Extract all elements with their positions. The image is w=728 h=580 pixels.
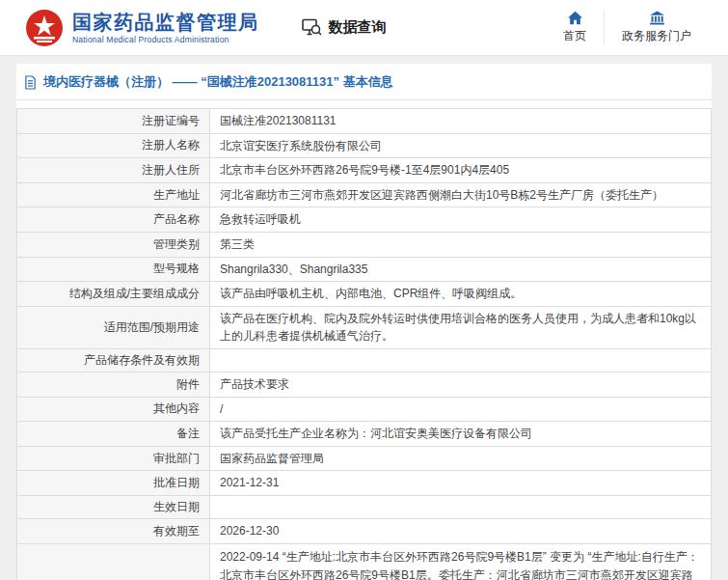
row-label: 变更情况	[17, 543, 210, 580]
row-value: 该产品受托生产企业名称为：河北谊安奥美医疗设备有限公司	[210, 422, 712, 447]
row-value: Shangrila330、Shangrila335	[210, 257, 712, 282]
row-value: /	[210, 397, 712, 422]
table-row: 适用范围/预期用途 该产品在医疗机构、院内及院外转运时供使用培训合格的医务人员使…	[17, 306, 712, 348]
row-value: 第三类	[210, 232, 712, 257]
nav-portal[interactable]: 政务服务门户	[604, 11, 709, 44]
table-row: 注册证编号 国械注准20213081131	[17, 109, 712, 134]
table-row: 生产地址 河北省廊坊市三河市燕郊开发区迎宾路西侧潮白大街10号B栋2号生产厂房（…	[17, 182, 712, 207]
row-value-change-history: 2022-09-14 “生产地址:北京市丰台区外环西路26号院9号楼B1层” 变…	[210, 543, 712, 580]
row-label: 注册人名称	[17, 133, 210, 158]
table-row: 附件 产品技术要求	[17, 372, 712, 397]
org-name: 国家药品监督管理局	[72, 12, 259, 33]
nav-data-query[interactable]: 数据查询	[302, 18, 387, 37]
row-label: 产品储存条件及有效期	[17, 348, 210, 372]
nmpa-emblem-icon	[25, 9, 64, 47]
table-row: 生效日期	[17, 495, 712, 518]
top-header: 国家药品监督管理局 National Medical Products Admi…	[0, 0, 728, 56]
table-row: 变更情况 2022-09-14 “生产地址:北京市丰台区外环西路26号院9号楼B…	[17, 543, 712, 580]
home-icon	[567, 11, 583, 25]
table-row: 批准日期 2021-12-31	[17, 471, 712, 496]
table-row: 审批部门 国家药品监督管理局	[17, 446, 712, 471]
brand: 国家药品监督管理局 National Medical Products Admi…	[25, 9, 259, 47]
content-panel: 境内医疗器械（注册） —— “国械注准20213081131” 基本信息 注册证…	[16, 64, 712, 580]
row-label: 附件	[17, 372, 210, 397]
document-icon	[24, 75, 37, 90]
row-label: 结构及组成/主要组成成分	[17, 282, 210, 307]
org-name-en: National Medical Products Administration	[72, 35, 259, 44]
row-label: 审批部门	[17, 446, 210, 471]
row-value: 河北省廊坊市三河市燕郊开发区迎宾路西侧潮白大街10号B栋2号生产厂房（委托生产）	[210, 182, 712, 207]
row-value: 北京市丰台区外环西路26号院9号楼-1至4层901内4层405	[210, 158, 712, 183]
table-row: 备注 该产品受托生产企业名称为：河北谊安奥美医疗设备有限公司	[17, 422, 712, 447]
row-label: 其他内容	[17, 397, 210, 422]
table-row: 注册人名称 北京谊安医疗系统股份有限公司	[17, 133, 712, 158]
header-nav: 首页 政务服务门户	[546, 11, 709, 44]
row-value	[210, 495, 712, 518]
row-value: 急救转运呼吸机	[210, 207, 712, 233]
row-value: 2026-12-30	[210, 518, 712, 543]
data-query-icon	[302, 18, 322, 37]
row-label: 备注	[17, 422, 210, 447]
nav-home-label: 首页	[563, 28, 586, 44]
nav-home[interactable]: 首页	[546, 11, 604, 44]
table-row: 其他内容 /	[17, 397, 712, 422]
row-label: 型号规格	[17, 257, 210, 282]
row-label: 管理类别	[17, 232, 210, 257]
table-row: 产品名称 急救转运呼吸机	[17, 207, 712, 233]
table-row: 注册人住所 北京市丰台区外环西路26号院9号楼-1至4层901内4层405	[17, 158, 712, 183]
row-label: 适用范围/预期用途	[17, 306, 210, 348]
nav-portal-label: 政务服务门户	[622, 28, 691, 44]
row-value: 国家药品监督管理局	[210, 446, 712, 471]
row-value: 产品技术要求	[210, 372, 712, 397]
table-row: 型号规格 Shangrila330、Shangrila335	[17, 257, 712, 282]
main-area: 境内医疗器械（注册） —— “国械注准20213081131” 基本信息 注册证…	[0, 56, 728, 580]
row-label: 生效日期	[17, 495, 210, 518]
data-query-label: 数据查询	[329, 18, 387, 37]
row-label: 有效期至	[17, 518, 210, 543]
row-value: 该产品在医疗机构、院内及院外转运时供使用培训合格的医务人员使用，为成人患者和10…	[210, 306, 712, 348]
row-label: 批准日期	[17, 471, 210, 496]
registration-info-table: 注册证编号 国械注准20213081131 注册人名称 北京谊安医疗系统股份有限…	[16, 108, 712, 580]
page-title: 境内医疗器械（注册） —— “国械注准20213081131” 基本信息	[16, 64, 712, 100]
table-row: 有效期至 2026-12-30	[17, 518, 712, 543]
row-label: 注册人住所	[17, 158, 210, 183]
table-row: 结构及组成/主要组成成分 该产品由呼吸机主机、内部电池、CPR组件、呼吸阀组成。	[17, 282, 712, 307]
row-value: 国械注准20213081131	[210, 109, 712, 134]
row-label: 生产地址	[17, 182, 210, 207]
row-label: 产品名称	[17, 207, 210, 233]
page-title-text: 境内医疗器械（注册） —— “国械注准20213081131” 基本信息	[43, 73, 393, 91]
row-value: 北京谊安医疗系统股份有限公司	[210, 133, 712, 158]
brand-text: 国家药品监督管理局 National Medical Products Admi…	[72, 12, 259, 44]
row-value	[210, 348, 712, 372]
row-value: 该产品由呼吸机主机、内部电池、CPR组件、呼吸阀组成。	[210, 282, 712, 307]
government-portal-icon	[649, 11, 665, 25]
table-row: 产品储存条件及有效期	[17, 348, 712, 372]
table-row: 管理类别 第三类	[17, 232, 712, 257]
row-value: 2021-12-31	[210, 471, 712, 496]
row-label: 注册证编号	[17, 109, 210, 134]
